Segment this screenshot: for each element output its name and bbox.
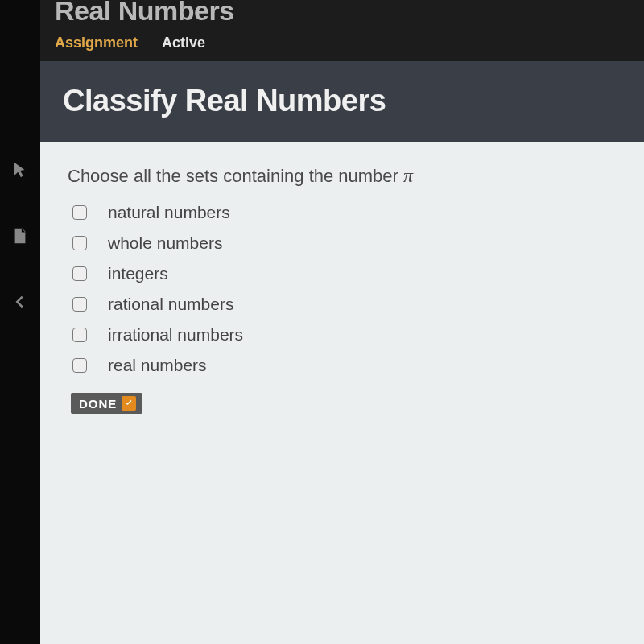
topbar: Real Numbers Assignment Active xyxy=(40,0,644,61)
page-title: Classify Real Numbers xyxy=(63,84,621,118)
checkbox-irrational-numbers[interactable] xyxy=(72,328,87,342)
option-label: whole numbers xyxy=(108,233,222,253)
document-icon[interactable] xyxy=(11,227,29,245)
checkbox-natural-numbers[interactable] xyxy=(72,205,87,220)
pi-symbol: π xyxy=(403,165,413,186)
option-label: rational numbers xyxy=(108,295,233,314)
done-label: DONE xyxy=(79,397,117,411)
tool-rail xyxy=(0,0,40,644)
option-row: natural numbers xyxy=(72,203,617,222)
tabs: Assignment Active xyxy=(55,35,630,52)
option-row: irrational numbers xyxy=(72,325,617,345)
option-label: real numbers xyxy=(108,356,207,375)
tab-active[interactable]: Active xyxy=(162,35,205,52)
done-button[interactable]: DONE xyxy=(71,393,142,414)
back-arrow-icon[interactable] xyxy=(11,293,29,311)
checkbox-whole-numbers[interactable] xyxy=(72,236,87,250)
lesson-title: Real Numbers xyxy=(55,0,630,27)
pointer-icon[interactable] xyxy=(11,161,29,179)
question-prompt: Choose all the sets containing the numbe… xyxy=(68,165,617,187)
option-label: integers xyxy=(108,264,168,283)
question-panel: Choose all the sets containing the numbe… xyxy=(40,142,644,644)
tab-assignment[interactable]: Assignment xyxy=(55,35,138,52)
header-band: Classify Real Numbers xyxy=(40,61,644,142)
checkbox-integers[interactable] xyxy=(72,266,87,281)
checkbox-real-numbers[interactable] xyxy=(72,358,87,373)
option-row: rational numbers xyxy=(72,295,617,314)
option-label: natural numbers xyxy=(108,203,230,222)
option-row: integers xyxy=(72,264,617,283)
check-icon xyxy=(122,396,136,411)
checkbox-rational-numbers[interactable] xyxy=(72,297,87,312)
options-list: natural numbers whole numbers integers r… xyxy=(72,203,617,375)
prompt-text: Choose all the sets containing the numbe… xyxy=(68,166,403,186)
option-row: whole numbers xyxy=(72,233,617,253)
option-label: irrational numbers xyxy=(108,325,243,345)
option-row: real numbers xyxy=(72,356,617,375)
